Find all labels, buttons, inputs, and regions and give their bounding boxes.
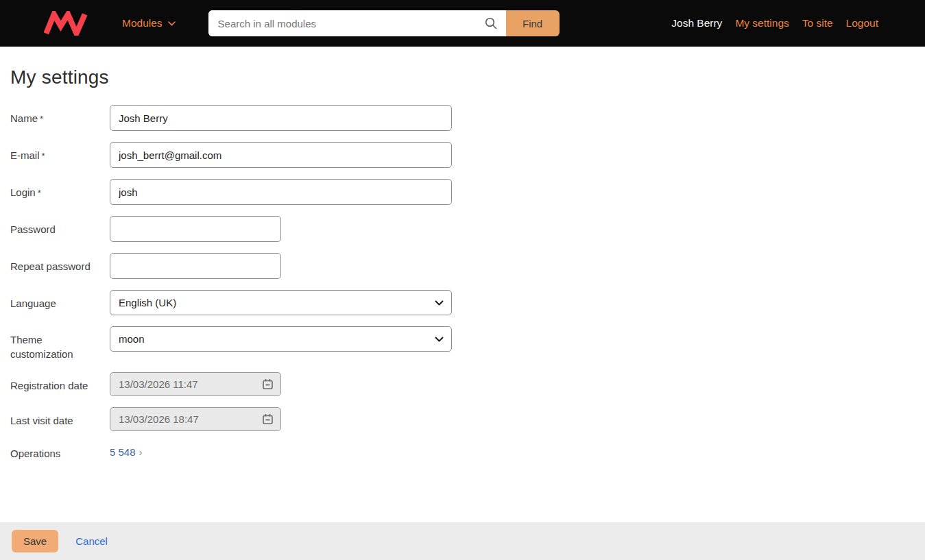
modules-menu-button[interactable]: Modules	[122, 17, 176, 29]
theme-row: Theme customization moon	[10, 326, 915, 361]
nav-to-site-link[interactable]: To site	[802, 17, 833, 29]
operations-value-wrap: 5 548›	[110, 446, 143, 459]
email-label: E-mail*	[10, 142, 110, 162]
language-select-wrap: English (UK)	[110, 290, 452, 315]
search-input-wrap	[208, 10, 506, 36]
name-row: Name*	[10, 105, 915, 131]
password-row: Password	[10, 216, 915, 242]
find-button[interactable]: Find	[506, 10, 560, 36]
settings-page: My settings Name* E-mail* Login* Passwor…	[0, 47, 925, 522]
registration-date-input: 13/03/2026 11:47	[110, 372, 281, 396]
modules-menu-label: Modules	[122, 17, 163, 29]
password-label: Password	[10, 216, 110, 236]
theme-select[interactable]: moon	[110, 326, 452, 352]
theme-label: Theme customization	[10, 326, 110, 361]
calendar-icon	[262, 378, 274, 390]
login-row: Login*	[10, 179, 915, 205]
mv-logo-icon[interactable]	[44, 11, 93, 36]
repeat-password-field[interactable]	[110, 253, 281, 279]
email-row: E-mail*	[10, 142, 915, 168]
repeat-password-label: Repeat password	[10, 253, 110, 273]
cancel-link[interactable]: Cancel	[75, 535, 108, 547]
required-asterisk: *	[40, 114, 43, 124]
form-actions-bar: Save Cancel	[0, 522, 925, 560]
calendar-icon	[262, 413, 274, 425]
name-field[interactable]	[110, 105, 452, 131]
repeat-password-row: Repeat password	[10, 253, 915, 279]
operations-label: Operations	[10, 446, 110, 461]
header-nav: Josh Berry My settings To site Logout	[671, 17, 878, 29]
operations-row: Operations 5 548›	[10, 446, 915, 461]
email-field[interactable]	[110, 142, 452, 168]
last-visit-date-value: 13/03/2026 18:47	[119, 413, 262, 425]
login-label: Login*	[10, 179, 110, 199]
password-field[interactable]	[110, 216, 281, 242]
chevron-down-icon	[168, 21, 176, 26]
registration-date-row: Registration date 13/03/2026 11:47	[10, 372, 915, 396]
name-label: Name*	[10, 105, 110, 125]
theme-select-wrap: moon	[110, 326, 452, 352]
top-header: Modules Find Josh Berry My settings To s…	[0, 0, 925, 47]
language-select[interactable]: English (UK)	[110, 290, 452, 315]
current-user-name: Josh Berry	[671, 17, 722, 29]
search-input[interactable]	[208, 10, 484, 36]
search-icon	[484, 16, 498, 30]
nav-logout-link[interactable]: Logout	[846, 17, 878, 29]
nav-my-settings-link[interactable]: My settings	[735, 17, 789, 29]
last-visit-date-input: 13/03/2026 18:47	[110, 407, 281, 431]
operations-count-link[interactable]: 5 548	[110, 446, 136, 458]
global-search: Find	[208, 10, 560, 36]
save-button[interactable]: Save	[12, 530, 58, 552]
language-label: Language	[10, 290, 110, 311]
required-asterisk: *	[38, 188, 41, 198]
page-title: My settings	[10, 66, 915, 88]
registration-date-value: 13/03/2026 11:47	[119, 378, 262, 390]
language-row: Language English (UK)	[10, 290, 915, 315]
last-visit-date-row: Last visit date 13/03/2026 18:47	[10, 407, 915, 431]
chevron-right-icon: ›	[139, 446, 143, 458]
last-visit-date-label: Last visit date	[10, 407, 110, 428]
login-field[interactable]	[110, 179, 452, 205]
registration-date-label: Registration date	[10, 372, 110, 393]
required-asterisk: *	[42, 151, 45, 161]
